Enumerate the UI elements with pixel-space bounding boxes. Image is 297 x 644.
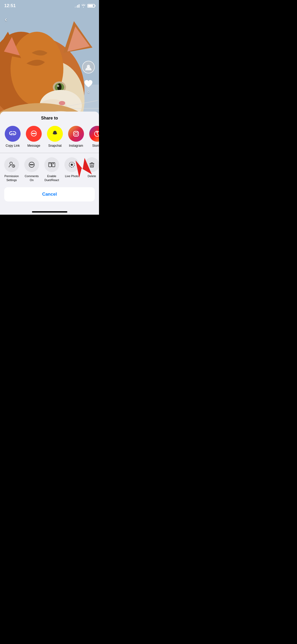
duet-icon	[48, 161, 55, 168]
share-stories[interactable]: Stories	[89, 126, 99, 148]
svg-point-25	[33, 133, 35, 134]
svg-point-24	[32, 133, 33, 134]
back-button[interactable]: ‹	[3, 13, 9, 26]
instagram-icon-bg	[68, 126, 84, 142]
battery-icon	[87, 4, 95, 8]
arrow-annotation	[68, 157, 95, 180]
status-icons	[75, 4, 95, 8]
comments-on-label: Comments On	[23, 174, 41, 182]
action-comments-on[interactable]: Comments On	[23, 157, 41, 182]
stories-icon-bg	[89, 126, 99, 142]
snapchat-icon-bg	[47, 126, 63, 142]
cancel-button[interactable]: Cancel	[4, 187, 95, 201]
copy-link-icon	[9, 130, 17, 138]
instagram-icon	[72, 130, 80, 137]
home-bar	[32, 211, 67, 213]
duet-icon-bg	[44, 157, 59, 172]
share-message[interactable]: Message	[25, 126, 42, 148]
share-snapchat[interactable]: Snapchat	[46, 126, 63, 148]
share-row: Copy Link Message Snapchat	[0, 126, 99, 153]
comments-icon-bg	[24, 157, 39, 172]
svg-point-43	[50, 163, 51, 164]
copy-link-label: Copy Link	[6, 144, 20, 148]
message-icon	[30, 130, 38, 138]
svg-point-35	[10, 162, 12, 165]
right-actions: 0	[82, 61, 95, 94]
like-button[interactable]: 0	[82, 78, 95, 94]
svg-point-38	[30, 164, 31, 165]
enable-duet-label: Enable Duet/React	[43, 174, 61, 182]
like-count: 0	[87, 90, 89, 94]
copy-link-icon-bg	[5, 126, 21, 142]
stories-label: Stories	[92, 144, 99, 148]
action-permission-settings[interactable]: Permission Settings	[3, 157, 21, 182]
svg-point-40	[33, 164, 34, 165]
share-instagram[interactable]: Instagram	[68, 126, 84, 148]
svg-point-28	[75, 132, 77, 135]
snapchat-icon	[51, 130, 59, 137]
share-copy-link[interactable]: Copy Link	[4, 126, 21, 148]
sheet-title: Share to	[0, 116, 99, 121]
svg-point-12	[57, 84, 62, 91]
avatar[interactable]	[82, 61, 95, 73]
svg-point-16	[59, 101, 65, 105]
action-enable-duet[interactable]: Enable Duet/React	[43, 157, 61, 182]
status-bar: 12:51	[0, 0, 99, 12]
permission-settings-label: Permission Settings	[3, 174, 21, 182]
snapchat-label: Snapchat	[48, 144, 62, 148]
svg-point-39	[31, 164, 32, 165]
message-label: Message	[27, 144, 40, 148]
instagram-label: Instagram	[69, 144, 83, 148]
svg-line-32	[97, 134, 98, 135]
bottom-sheet: Share to Copy Link Message	[0, 112, 99, 215]
svg-point-26	[35, 133, 36, 134]
permission-settings-icon	[8, 161, 15, 168]
stories-icon	[93, 130, 99, 138]
wifi-icon	[81, 4, 86, 8]
svg-point-44	[53, 163, 54, 164]
message-icon-bg	[26, 126, 42, 142]
svg-point-29	[77, 132, 78, 133]
svg-marker-47	[69, 157, 95, 180]
svg-point-13	[57, 85, 59, 87]
status-time: 12:51	[4, 3, 16, 8]
permission-settings-icon-bg	[4, 157, 19, 172]
home-indicator	[0, 206, 99, 215]
comments-icon	[28, 161, 35, 168]
signal-icon	[75, 4, 79, 8]
